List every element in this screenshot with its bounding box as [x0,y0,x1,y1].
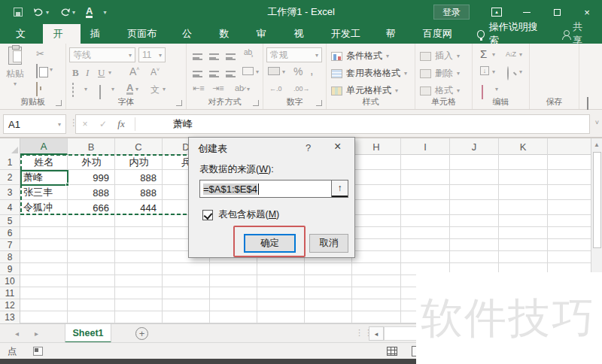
font-size-combo[interactable]: 11▾ [138,47,166,62]
font-name-combo[interactable]: 等线▾ [69,47,135,62]
grow-font-button[interactable]: A˄ [129,65,139,77]
has-headers-checkbox-row[interactable]: 表包含标题(M) [202,208,279,221]
cell-b1[interactable]: 外功 [68,155,115,170]
merge-dropdown-icon[interactable]: ▾ [256,68,259,75]
checkbox-checked-icon[interactable] [202,210,213,220]
phonetic-guide-icon[interactable]: 文 [150,83,160,96]
font-color-icon[interactable]: A [126,83,133,95]
tell-me-search[interactable]: 操作说明搜索 [468,24,551,44]
tab-page-layout[interactable]: 页面布局 [117,24,172,44]
decrease-indent-icon[interactable]: ⇤≡ [193,83,205,93]
format-painter-icon[interactable] [36,83,38,96]
row-header-11[interactable]: 11 [0,287,20,299]
cell-styles-button[interactable]: 单元格样式▾ [331,84,398,97]
font-color-dropdown-icon[interactable]: ▾ [135,86,138,93]
accounting-dropdown-icon[interactable]: ▾ [282,68,285,75]
sort-filter-icon[interactable]: A↓Z [506,50,515,58]
number-dialog-launcher-icon[interactable] [316,100,322,106]
borders-dropdown-icon[interactable]: ▾ [84,86,87,93]
tab-home[interactable]: 开始 [43,24,80,44]
paste-dropdown-icon[interactable]: ▾ [6,80,24,87]
find-select-icon[interactable] [507,67,509,80]
row-header-1[interactable]: 1 [0,155,20,170]
column-header-j[interactable]: J [450,138,499,155]
name-box-dropdown-icon[interactable]: ▾ [58,121,61,128]
shrink-font-button[interactable]: A˅ [150,67,160,77]
top-align-icon[interactable] [193,50,202,63]
autosum-icon[interactable]: Σ [480,47,487,60]
select-all-corner[interactable] [0,138,20,155]
cell-b4[interactable]: 666 [68,200,115,215]
normal-view-icon[interactable] [387,347,397,356]
cell-c1[interactable]: 内功 [115,155,163,170]
tab-formulas[interactable]: 公式 [172,24,209,44]
table-range-input[interactable]: =$A$1:$E$4 [199,180,332,198]
row-header-5[interactable]: 5 [0,215,20,227]
sheet-nav-prev-icon[interactable]: ◂ [15,324,19,343]
tab-help[interactable]: 帮助 [375,24,412,44]
increase-decimal-icon[interactable]: ←.0 [269,85,282,93]
enter-entry-icon[interactable]: ✓ [94,119,112,129]
row-header-13[interactable]: 13 [0,311,20,323]
orientation-icon[interactable]: ab̧ [244,48,252,56]
column-header-c[interactable]: C [115,138,163,155]
row-header-3[interactable]: 3 [0,185,20,200]
cell-b3[interactable]: 888 [68,185,115,200]
column-header-b[interactable]: B [68,138,115,155]
fill-dropdown-icon[interactable]: ▾ [492,68,495,75]
find-dropdown-icon[interactable]: ▾ [519,68,522,75]
row-header-10[interactable]: 10 [0,275,20,287]
number-format-combo[interactable]: 常规▾ [266,47,322,62]
font-dialog-launcher-icon[interactable] [176,100,182,106]
increase-indent-icon[interactable]: ⇥≡ [212,83,224,93]
italic-button[interactable]: I [86,67,89,79]
bold-button[interactable]: B [72,67,79,79]
middle-align-icon[interactable] [209,50,219,63]
vertical-scrollbar-thumb[interactable] [593,152,601,248]
name-box[interactable]: A1 ▾ [3,114,66,134]
formula-field[interactable]: × ✓ fx 萧峰 [75,114,590,134]
new-sheet-icon[interactable]: + [135,327,148,340]
wrap-text-icon[interactable]: ab̷ [235,83,244,93]
cell-c3[interactable]: 888 [115,185,163,200]
tab-insert[interactable]: 插入 [81,24,117,44]
paste-button[interactable]: 粘贴 ▾ [6,47,24,87]
sort-dropdown-icon[interactable]: ▾ [519,51,522,58]
format-cells-button[interactable]: 格式▾ [420,84,460,97]
maximize-icon[interactable] [542,0,572,24]
cell-a4[interactable]: 令狐冲 [20,200,68,215]
phonetic-dropdown-icon[interactable]: ▾ [163,86,166,93]
cell-c2[interactable]: 888 [115,170,163,185]
collapse-dialog-button[interactable]: ↑ [331,180,348,198]
autosum-dropdown-icon[interactable]: ▾ [492,51,495,58]
copy-icon[interactable] [36,65,38,78]
cell-a1[interactable]: 姓名 [20,155,68,170]
column-header-i[interactable]: I [401,138,450,155]
copy-dropdown-icon[interactable]: ▾ [50,66,53,73]
cancel-entry-icon[interactable]: × [76,119,94,129]
share-button[interactable]: 共享 [550,24,602,44]
align-right-icon[interactable] [226,67,236,80]
cell-a3[interactable]: 张三丰 [20,185,68,200]
ok-button[interactable]: 确定 [244,234,296,253]
tab-view[interactable]: 视图 [284,24,321,44]
tab-baidu-netdisk[interactable]: 百度网盘 [413,24,468,44]
insert-function-icon[interactable]: fx [112,118,130,130]
row-header-9[interactable]: 9 [0,263,20,275]
row-header-8[interactable]: 8 [0,251,20,263]
underline-dropdown-icon[interactable]: ▾ [108,69,111,76]
underline-button[interactable]: U [98,67,105,79]
conditional-formatting-button[interactable]: 条件格式▾ [331,50,389,62]
column-header-partial[interactable] [548,138,580,155]
scroll-up-icon[interactable]: ▲ [591,138,602,151]
fill-color-dropdown-icon[interactable]: ▾ [111,86,114,93]
row-header-7[interactable]: 7 [0,239,20,251]
merge-center-icon[interactable] [242,67,254,75]
login-button[interactable]: 登录 [433,5,470,20]
cell-b2[interactable]: 999 [68,170,115,185]
sheet-nav-next-icon[interactable]: ▸ [35,324,38,343]
format-as-table-button[interactable]: 套用表格格式▾ [331,67,407,80]
collapse-ribbon-icon[interactable] [587,96,588,110]
tab-data[interactable]: 数据 [209,24,246,44]
macro-record-icon[interactable] [33,347,43,356]
